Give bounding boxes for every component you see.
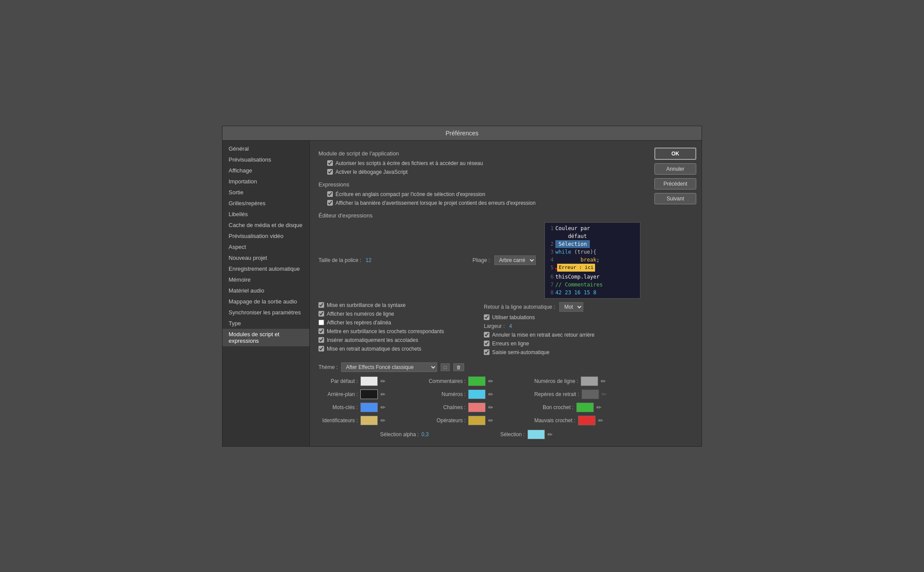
wrap-dropdown[interactable]: Mot [559, 302, 583, 312]
default-color-row: Par défaut : ✏ [318, 376, 424, 386]
folding-dropdown[interactable]: Arbre carré [494, 255, 536, 265]
sidebar-item-type[interactable]: Type [222, 318, 309, 329]
preview-line-8: 8 42 23 16 15 8 [547, 289, 638, 296]
sidebar-item-synchro[interactable]: Synchroniser les paramètres [222, 307, 309, 318]
selection-color-swatch[interactable] [527, 430, 545, 439]
indent-guides-picker-icon: ✏ [602, 391, 607, 398]
sidebar-item-prevideo[interactable]: Prévisualisation vidéo [222, 231, 309, 241]
operators-color-label: Opérateurs : [426, 417, 465, 424]
font-size-value[interactable]: 12 [366, 257, 371, 263]
line-numbers-checkbox[interactable] [318, 311, 324, 317]
keywords-picker-icon[interactable]: ✏ [380, 404, 386, 411]
syntax-checkbox[interactable] [318, 302, 324, 308]
dialog-title: Préférences [445, 130, 478, 137]
sidebar-item-importation[interactable]: Importation [222, 176, 309, 187]
numbers-color-row: Numéros : ✏ [426, 389, 532, 399]
next-button[interactable]: Suivant [654, 193, 696, 204]
identifiers-color-swatch[interactable] [360, 416, 378, 425]
sidebar-item-libelles[interactable]: Libellés [222, 209, 309, 220]
sidebar-item-enregistrement[interactable]: Enregistrement automatique [222, 263, 309, 274]
dialog-body: Général Prévisualisations Affichage Impo… [222, 141, 702, 446]
bg-color-swatch[interactable] [360, 389, 378, 399]
good-bracket-picker-icon[interactable]: ✏ [596, 404, 602, 411]
font-size-label: Taille de la police : [318, 257, 361, 263]
keywords-color-swatch[interactable] [360, 403, 378, 412]
autocomplete-checkbox[interactable] [484, 349, 489, 355]
preview-line-5: 5 ► } } Erreur : ici [547, 264, 638, 273]
preview-line-2: 2 Sélection [547, 240, 638, 248]
sidebar-item-previsualisations[interactable]: Prévisualisations [222, 154, 309, 165]
sidebar-item-cache[interactable]: Cache de média et de disque [222, 220, 309, 231]
width-label: Largeur : [484, 323, 505, 329]
expr-check1-label: Écriture en anglais compact par l'icône … [335, 191, 485, 197]
strings-picker-icon[interactable]: ✏ [488, 404, 493, 411]
auto-braces-checkbox[interactable] [318, 337, 324, 343]
expr-check2-checkbox[interactable] [327, 200, 333, 206]
brackets-label: Mettre en surbrillance les crochets corr… [327, 328, 444, 334]
default-color-swatch[interactable] [360, 376, 378, 386]
bad-bracket-color-row: Mauvais crochet : ✏ [534, 416, 640, 425]
expr-check2-label: Afficher la bannière d'avertissement lor… [335, 200, 536, 206]
line-numbers-picker-icon[interactable]: ✏ [601, 378, 606, 385]
module-section-title: Module de script de l'application [318, 150, 640, 157]
theme-copy-button[interactable]: □ [441, 363, 450, 371]
bottom-color-rows: Sélection alpha : 0,3 Sélection : ✏ [318, 430, 640, 439]
bg-picker-icon[interactable]: ✏ [380, 391, 386, 398]
sidebar-item-sortie[interactable]: Sortie [222, 187, 309, 198]
default-picker-icon[interactable]: ✏ [380, 378, 386, 385]
numbers-color-swatch[interactable] [468, 389, 486, 399]
line-numbers-label: Afficher les numéros de ligne [327, 311, 394, 317]
operators-color-swatch[interactable] [468, 416, 486, 425]
comments-color-row: Commentaires : ✏ [426, 376, 532, 386]
width-value[interactable]: 4 [509, 323, 512, 329]
auto-indent-checkbox[interactable] [318, 346, 324, 351]
ok-button[interactable]: OK [654, 148, 696, 160]
strings-color-swatch[interactable] [468, 403, 486, 412]
brackets-checkbox[interactable] [318, 328, 324, 334]
theme-dropdown[interactable]: After Effects Foncé classique [341, 362, 437, 372]
comments-color-label: Commentaires : [426, 378, 465, 384]
sidebar-item-nouveau[interactable]: Nouveau projet [222, 252, 309, 263]
title-bar: Préférences [222, 126, 702, 141]
module-check1-checkbox[interactable] [327, 160, 333, 166]
inline-errors-row: Erreurs en ligne [484, 341, 640, 347]
good-bracket-color-swatch[interactable] [576, 403, 594, 412]
sidebar-item-affichage[interactable]: Affichage [222, 165, 309, 176]
expr-check1-checkbox[interactable] [327, 191, 333, 197]
operators-picker-icon[interactable]: ✏ [488, 417, 493, 424]
main-content: Module de script de l'application Autori… [310, 141, 649, 446]
indent-guides-check-row: Afficher les repères d'alinéa [318, 320, 475, 326]
sidebar-item-general[interactable]: Général [222, 143, 309, 154]
identifiers-picker-icon[interactable]: ✏ [380, 417, 386, 424]
module-check1-row: Autoriser les scripts à écrire des fichi… [327, 160, 640, 166]
comments-color-swatch[interactable] [468, 376, 486, 386]
selection-alpha-value[interactable]: 0,3 [421, 431, 429, 438]
line-numbers-check-row: Afficher les numéros de ligne [318, 311, 475, 317]
auto-braces-check-row: Insérer automatiquement les accolades [318, 337, 475, 343]
sidebar-item-memoire[interactable]: Mémoire [222, 274, 309, 285]
cancel-backspace-checkbox[interactable] [484, 332, 489, 338]
cancel-button[interactable]: Annuler [654, 163, 696, 175]
bad-bracket-color-label: Mauvais crochet : [534, 417, 575, 424]
sidebar-item-materiel[interactable]: Matériel audio [222, 285, 309, 296]
line-numbers-color-swatch[interactable] [581, 376, 598, 386]
preferences-dialog: Préférences Général Prévisualisations Af… [222, 126, 702, 447]
tabs-checkbox[interactable] [484, 314, 489, 320]
inline-errors-checkbox[interactable] [484, 341, 489, 346]
module-check2-checkbox[interactable] [327, 169, 333, 175]
previous-button[interactable]: Précédent [654, 178, 696, 190]
default-color-label: Par défaut : [318, 378, 358, 384]
indent-guides-checkbox[interactable] [318, 320, 324, 325]
sidebar-item-mappage[interactable]: Mappage de la sortie audio [222, 296, 309, 307]
numbers-picker-icon[interactable]: ✏ [488, 391, 493, 398]
sidebar-item-modules[interactable]: Modules de script et expressions [222, 329, 309, 346]
sidebar-item-grilles[interactable]: Grilles/repères [222, 198, 309, 209]
bad-bracket-picker-icon[interactable]: ✏ [598, 417, 603, 424]
selection-picker-icon[interactable]: ✏ [548, 431, 553, 438]
theme-delete-button[interactable]: 🗑 [453, 363, 464, 371]
bad-bracket-color-swatch[interactable] [578, 416, 595, 425]
auto-braces-label: Insérer automatiquement les accolades [327, 337, 418, 343]
sidebar-item-aspect[interactable]: Aspect [222, 241, 309, 252]
folding-label: Pliage : [472, 257, 490, 263]
comments-picker-icon[interactable]: ✏ [488, 378, 493, 385]
